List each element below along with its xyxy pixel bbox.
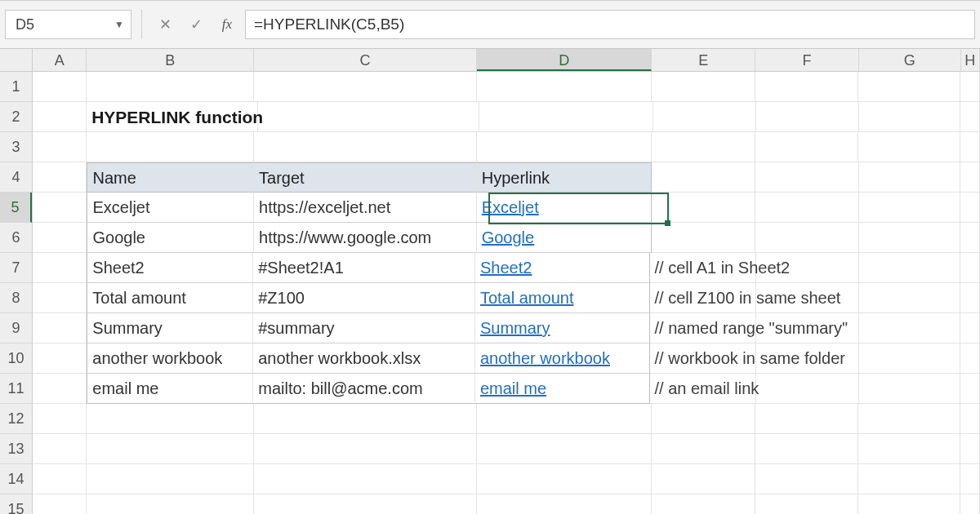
chevron-down-icon[interactable]: ▼: [114, 19, 124, 30]
cell[interactable]: [33, 494, 87, 514]
cell[interactable]: [960, 162, 980, 193]
cell-target[interactable]: #Sheet2!A1: [253, 253, 475, 283]
cell-hyperlink[interactable]: Google: [477, 223, 652, 253]
hyperlink[interactable]: email me: [480, 379, 546, 397]
row-header-12[interactable]: 12: [0, 404, 32, 434]
cell-target[interactable]: mailto: bill@acme.com: [253, 374, 475, 404]
cell[interactable]: [858, 434, 960, 464]
table-header-target[interactable]: Target: [254, 162, 477, 193]
cell[interactable]: [33, 313, 87, 343]
cell[interactable]: [33, 162, 87, 193]
col-header-G[interactable]: G: [859, 49, 961, 71]
cell[interactable]: [755, 404, 859, 434]
cell-comment[interactable]: // cell A1 in Sheet2: [650, 253, 756, 283]
cell[interactable]: [254, 464, 477, 494]
cell[interactable]: [477, 132, 652, 162]
cell-comment[interactable]: // an email link: [650, 374, 756, 404]
hyperlink[interactable]: Sheet2: [480, 259, 532, 277]
cell-name[interactable]: another workbook: [87, 343, 253, 374]
col-header-B[interactable]: B: [87, 49, 254, 71]
col-header-F[interactable]: F: [755, 49, 859, 71]
cell[interactable]: [477, 494, 652, 514]
cell[interactable]: [756, 313, 859, 343]
cell[interactable]: [960, 313, 980, 343]
cell[interactable]: [755, 72, 859, 102]
cell[interactable]: [652, 494, 755, 514]
row-header-4[interactable]: 4: [0, 162, 32, 193]
row-header-3[interactable]: 3: [0, 132, 32, 162]
select-all-corner[interactable]: [0, 49, 33, 72]
hyperlink[interactable]: another workbook: [480, 349, 610, 367]
cell-hyperlink[interactable]: Exceljet: [477, 193, 652, 223]
cell-comment[interactable]: [652, 223, 755, 253]
cells-area[interactable]: HYPERLINK function Name Target Hyperlink: [33, 72, 980, 514]
cell[interactable]: [652, 464, 755, 494]
cell[interactable]: [477, 404, 652, 434]
cell[interactable]: [479, 102, 653, 132]
cell[interactable]: [960, 102, 980, 132]
row-header-1[interactable]: 1: [0, 72, 32, 102]
cell[interactable]: [477, 434, 652, 464]
cell[interactable]: [960, 374, 980, 404]
cell[interactable]: [33, 343, 87, 374]
row-header-5[interactable]: 5: [0, 193, 32, 223]
row-header-13[interactable]: 13: [0, 434, 32, 464]
cell[interactable]: [858, 464, 960, 494]
cell[interactable]: [756, 374, 859, 404]
cell[interactable]: [33, 253, 87, 283]
cell[interactable]: [755, 494, 859, 514]
cell[interactable]: [652, 404, 755, 434]
row-header-10[interactable]: 10: [0, 343, 32, 374]
cell[interactable]: [859, 162, 961, 193]
cell[interactable]: [33, 374, 87, 404]
cell[interactable]: [87, 434, 254, 464]
cell[interactable]: [33, 404, 87, 434]
cell[interactable]: [33, 72, 87, 102]
cell[interactable]: [960, 494, 980, 514]
row-header-11[interactable]: 11: [0, 374, 32, 404]
cell-target[interactable]: #summary: [253, 313, 475, 343]
cell[interactable]: [254, 132, 477, 162]
cell[interactable]: [477, 464, 652, 494]
col-header-C[interactable]: C: [254, 49, 477, 71]
cell[interactable]: [858, 404, 960, 434]
cell-comment[interactable]: // named range "summary": [650, 313, 756, 343]
cell-comment[interactable]: [652, 193, 755, 223]
cell[interactable]: [652, 72, 755, 102]
cell-comment[interactable]: // workbook in same folder: [650, 343, 756, 374]
cell[interactable]: [87, 132, 254, 162]
cell[interactable]: [960, 404, 980, 434]
cell[interactable]: [254, 494, 477, 514]
cell-hyperlink[interactable]: another workbook: [475, 343, 650, 374]
cancel-formula-icon[interactable]: ✕: [152, 10, 178, 39]
hyperlink[interactable]: Google: [482, 228, 535, 246]
cell[interactable]: [859, 343, 960, 374]
cell[interactable]: [960, 343, 980, 374]
col-header-D[interactable]: D: [477, 49, 652, 71]
row-header-2[interactable]: 2: [0, 102, 32, 132]
row-header-9[interactable]: 9: [0, 313, 32, 343]
hyperlink[interactable]: Total amount: [480, 289, 574, 307]
cell[interactable]: [87, 72, 254, 102]
cell[interactable]: [653, 102, 756, 132]
cell[interactable]: [960, 283, 980, 313]
col-header-E[interactable]: E: [652, 49, 755, 71]
enter-formula-icon[interactable]: ✓: [183, 10, 209, 39]
cell[interactable]: [33, 102, 87, 132]
cell[interactable]: [258, 102, 479, 132]
cell-comment[interactable]: // cell Z100 in same sheet: [650, 283, 756, 313]
cell[interactable]: [755, 132, 859, 162]
cell[interactable]: [33, 283, 87, 313]
cell[interactable]: [858, 494, 960, 514]
cell[interactable]: [87, 404, 254, 434]
cell[interactable]: [33, 434, 87, 464]
col-header-A[interactable]: A: [33, 49, 87, 71]
page-title[interactable]: HYPERLINK function: [87, 102, 258, 132]
col-header-H[interactable]: H: [961, 49, 980, 71]
formula-input[interactable]: =HYPERLINK(C5,B5): [245, 10, 975, 39]
cell-hyperlink[interactable]: email me: [475, 374, 650, 404]
hyperlink[interactable]: Exceljet: [482, 198, 539, 216]
cell[interactable]: [960, 253, 980, 283]
cell[interactable]: [652, 132, 755, 162]
cell[interactable]: [960, 223, 980, 253]
